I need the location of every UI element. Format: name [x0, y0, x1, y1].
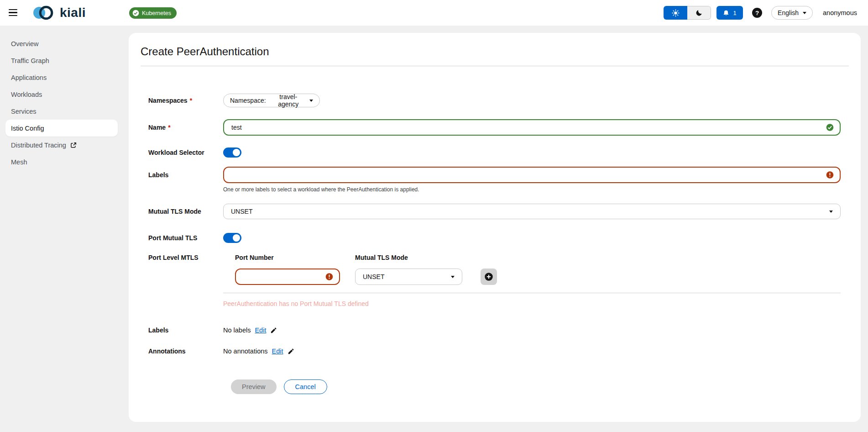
create-form: Namespaces* Namespace: travel-agency Nam…	[148, 94, 841, 394]
workload-selector-label: Workload Selector	[148, 149, 223, 156]
error-exclamation-circle-icon	[826, 171, 834, 179]
workload-selector-row: Workload Selector	[148, 148, 841, 158]
mutual-tls-mode-select[interactable]: UNSET	[223, 204, 841, 219]
cluster-badge-label: Kubernetes	[142, 10, 171, 16]
sun-icon	[672, 9, 680, 17]
cluster-badge: Kubernetes	[129, 7, 177, 19]
pencil-icon	[288, 348, 294, 355]
labels-label: Labels	[148, 167, 223, 179]
cancel-button[interactable]: Cancel	[284, 379, 327, 394]
create-peerauthentication-card: Create PeerAuthentication Namespaces* Na…	[129, 33, 861, 422]
port-number-input[interactable]	[236, 269, 339, 284]
sidebar-item-istio-config[interactable]: Istio Config	[5, 120, 118, 137]
port-level-mtls-row: Port Level MTLS Port Number Mutual TLS M…	[148, 253, 841, 307]
sidebar-item-traffic-graph[interactable]: Traffic Graph	[0, 52, 123, 69]
port-number-header: Port Number	[235, 254, 355, 261]
name-row: Name*	[148, 119, 841, 136]
external-link-icon	[70, 142, 77, 148]
dark-theme-button[interactable]	[687, 6, 711, 20]
add-port-rule-button[interactable]	[481, 269, 497, 285]
sidebar-item-distributed-tracing[interactable]: Distributed Tracing	[0, 137, 123, 153]
namespace-dropdown[interactable]: Namespace: travel-agency	[223, 94, 320, 107]
chevron-down-icon	[803, 12, 806, 14]
valid-check-circle-icon	[826, 124, 834, 132]
language-dropdown[interactable]: English	[771, 6, 813, 20]
main-content: Create PeerAuthentication Namespaces* Na…	[123, 26, 868, 432]
mutual-tls-mode-label: Mutual TLS Mode	[148, 208, 223, 215]
required-marker: *	[190, 97, 192, 104]
edit-annotations-link[interactable]: Edit	[272, 348, 283, 355]
annotations-meta-label: Annotations	[148, 348, 223, 355]
check-circle-icon	[132, 10, 139, 16]
namespace-prefix: Namespace:	[230, 97, 266, 104]
annotations-meta-row: Annotations No annotations Edit	[148, 348, 841, 355]
chevron-down-icon	[829, 211, 833, 213]
port-section-divider	[223, 293, 841, 293]
sidebar-item-overview[interactable]: Overview	[0, 35, 123, 52]
labels-row: Labels One or more labels to select a wo…	[148, 167, 841, 193]
sidebar-item-services[interactable]: Services	[0, 103, 123, 120]
error-exclamation-circle-icon	[325, 273, 333, 281]
namespaces-row: Namespaces* Namespace: travel-agency	[148, 94, 841, 107]
name-label: Name*	[148, 124, 223, 131]
help-icon[interactable]: ?	[752, 8, 762, 18]
notifications-count: 1	[733, 10, 736, 16]
plus-circle-icon	[484, 272, 493, 281]
port-mtls-warning-text: PeerAuthentication has no Port Mutual TL…	[223, 300, 841, 307]
form-actions: Preview Cancel	[231, 379, 841, 394]
labels-meta-value: No labels	[223, 327, 251, 334]
name-input-wrapper	[223, 119, 841, 136]
kiali-logo: kiali	[32, 4, 86, 21]
port-mutual-tls-label: Port Mutual TLS	[148, 234, 223, 242]
theme-toggle	[664, 6, 711, 20]
language-label: English	[778, 9, 799, 16]
edit-labels-link[interactable]: Edit	[255, 327, 266, 334]
notifications-button[interactable]: 1	[716, 6, 743, 20]
port-level-mtls-label: Port Level MTLS	[148, 253, 223, 261]
required-marker: *	[168, 124, 170, 131]
title-divider	[141, 66, 849, 66]
mutual-tls-mode-value: UNSET	[231, 208, 252, 215]
mutual-tls-mode-row: Mutual TLS Mode UNSET	[148, 204, 841, 219]
kiali-logo-icon	[32, 4, 57, 21]
labels-input[interactable]	[224, 168, 840, 182]
port-mode-header: Mutual TLS Mode	[355, 254, 408, 261]
pencil-icon	[270, 327, 277, 334]
sidebar-item-workloads[interactable]: Workloads	[0, 86, 123, 103]
menu-toggle-icon[interactable]	[9, 9, 17, 16]
moon-icon	[695, 9, 703, 16]
workload-selector-toggle[interactable]	[223, 148, 241, 158]
labels-input-wrapper	[223, 167, 841, 183]
port-level-mtls-editor: Port Number Mutual TLS Mode	[223, 253, 841, 285]
brand-name: kiali	[60, 5, 86, 20]
port-mtls-mode-select[interactable]: UNSET	[355, 269, 462, 285]
namespaces-label: Namespaces*	[148, 97, 223, 104]
masthead: kiali Kubernetes	[0, 0, 868, 26]
labels-helper-text: One or more labels to select a workload …	[223, 186, 841, 193]
sidebar-item-mesh[interactable]: Mesh	[0, 153, 123, 170]
preview-button[interactable]: Preview	[231, 379, 277, 394]
sidebar-nav: Overview Traffic Graph Applications Work…	[0, 26, 123, 432]
namespace-value: travel-agency	[272, 93, 305, 108]
port-number-input-wrapper	[235, 269, 340, 285]
light-theme-button[interactable]	[664, 6, 687, 20]
annotations-meta-value: No annotations	[223, 348, 268, 355]
chevron-down-icon	[309, 100, 313, 102]
port-table-headers: Port Number Mutual TLS Mode	[235, 253, 841, 261]
bell-icon	[723, 10, 729, 16]
labels-meta-row: Labels No labels Edit	[148, 327, 841, 334]
port-mtls-mode-value: UNSET	[363, 273, 384, 280]
sidebar-item-applications[interactable]: Applications	[0, 69, 123, 86]
port-mutual-tls-row: Port Mutual TLS	[148, 233, 841, 243]
username: anonymous	[823, 9, 857, 16]
chevron-down-icon	[451, 276, 455, 278]
port-mutual-tls-toggle[interactable]	[223, 233, 241, 243]
name-input[interactable]	[224, 120, 840, 135]
labels-meta-label: Labels	[148, 327, 223, 334]
page-title: Create PeerAuthentication	[141, 40, 849, 58]
